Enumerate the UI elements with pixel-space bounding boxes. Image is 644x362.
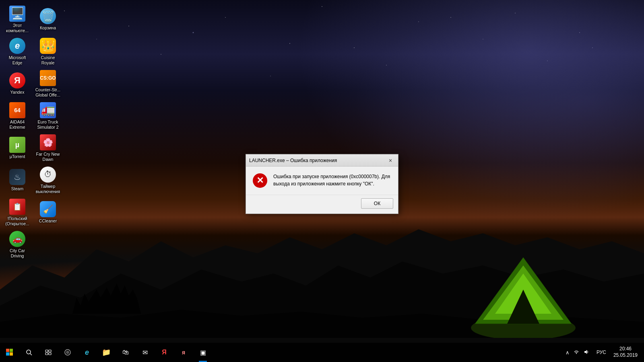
taskbar-yandex[interactable]: Я <box>155 343 174 362</box>
taskbar-right: ∧ РУС 20:46 25.05.2 <box>562 343 644 362</box>
svg-marker-21 <box>584 350 587 354</box>
clock-time: 20:46 <box>619 346 632 352</box>
dialog-message: Ошибка при запуске приложения (0xc000007… <box>273 173 392 187</box>
tray-chevron[interactable]: ∧ <box>564 349 571 356</box>
error-icon: ✕ <box>252 173 268 188</box>
cuisine-icon: 👑 <box>40 38 56 54</box>
language-indicator[interactable]: РУС <box>594 349 609 356</box>
this-pc-icon: 🖥️ <box>9 6 25 22</box>
dialog-footer: ОК <box>246 195 398 214</box>
desktop-icon-ccleaner[interactable]: 🧹 CCleaner <box>33 197 63 228</box>
dialog-title: LAUNCHER.exe – Ошибка приложения <box>249 157 386 163</box>
desktop-icon-utorrent[interactable]: µ µTorrent <box>2 133 33 163</box>
svg-rect-15 <box>45 350 48 352</box>
desktop-icons-grid: 🖥️ Этот компьюте... 🗑️ Корзина e Microso… <box>0 2 64 263</box>
dialog-titlebar: LAUNCHER.exe – Ошибка приложения × <box>246 154 398 167</box>
error-circle: ✕ <box>253 173 267 188</box>
system-tray: ∧ <box>562 348 592 357</box>
svg-point-20 <box>66 351 69 354</box>
clock[interactable]: 20:46 25.05.2019 <box>610 345 641 359</box>
svg-line-14 <box>30 354 32 355</box>
clock-date: 25.05.2019 <box>613 352 638 359</box>
desktop-icon-recycle-bin[interactable]: 🗑️ Корзина <box>33 4 63 35</box>
svg-rect-9 <box>6 349 9 352</box>
aida64-label: AIDA64 Extreme <box>4 119 31 130</box>
desktop-icon-csgo[interactable]: CS:GO Counter-Str... Global Offe... <box>33 68 63 99</box>
desktop-icon-polish[interactable]: 📋 !Польский (Открытое... <box>2 197 33 228</box>
this-pc-label: Этот компьюте... <box>4 23 31 33</box>
taskbar-edge[interactable]: e <box>77 343 97 362</box>
yandex-icon: Я <box>9 72 25 88</box>
csgo-icon: CS:GO <box>40 70 56 86</box>
ccleaner-label: CCleaner <box>39 218 57 224</box>
steam-icon: ♨ <box>9 169 25 185</box>
yandex-label: Yandex <box>10 90 25 95</box>
steam-label: Steam <box>11 186 23 191</box>
desktop: 🖥️ Этот компьюте... 🗑️ Корзина e Microso… <box>0 0 644 362</box>
desktop-icon-this-pc[interactable]: 🖥️ Этот компьюте... <box>2 4 33 35</box>
taskbar-explorer[interactable]: 📁 <box>97 343 116 362</box>
desktop-icon-yandex[interactable]: Я Yandex <box>2 68 33 99</box>
taskbar-yandex2[interactable]: я <box>174 343 193 362</box>
error-dialog: LAUNCHER.exe – Ошибка приложения × ✕ Оши… <box>246 154 398 214</box>
tent <box>467 249 580 338</box>
ccd-icon: 🚗 <box>9 231 25 247</box>
timer-label: Таймер выключения <box>34 184 62 194</box>
recycle-bin-icon: 🗑️ <box>40 8 56 24</box>
svg-rect-10 <box>10 349 13 352</box>
search-button[interactable] <box>19 343 39 362</box>
start-button[interactable] <box>0 343 19 362</box>
svg-rect-18 <box>49 353 51 355</box>
cuisine-label: Cuisine Royale <box>34 55 62 65</box>
svg-point-13 <box>27 350 31 354</box>
farcry-icon: 🌸 <box>40 134 56 150</box>
desktop-icon-aida64[interactable]: 64 AIDA64 Extreme <box>2 101 33 131</box>
svg-rect-11 <box>6 352 9 356</box>
desktop-icon-timer[interactable]: ⏱ Таймер выключения <box>33 165 63 195</box>
taskbar-cortana[interactable] <box>58 343 77 362</box>
tray-network[interactable] <box>572 348 580 357</box>
csgo-label: Counter-Str... Global Offe... <box>34 87 62 97</box>
desktop-icon-ccd[interactable]: 🚗 City Car Driving <box>2 229 33 260</box>
utorrent-icon: µ <box>9 137 25 153</box>
ets2-icon: 🚛 <box>40 102 56 118</box>
polish-label: !Польский (Открытое... <box>4 216 31 226</box>
svg-rect-12 <box>10 352 13 356</box>
taskbar: e 📁 🛍 ✉ Я я ▣ ∧ <box>0 343 644 362</box>
aida64-icon: 64 <box>9 102 25 118</box>
timer-icon: ⏱ <box>40 167 56 183</box>
ok-button[interactable]: ОК <box>361 198 393 209</box>
farcry-label: Far Cry New Dawn <box>34 152 62 162</box>
taskbar-left: e 📁 🛍 ✉ Я я ▣ <box>0 343 213 362</box>
taskbar-mail[interactable]: ✉ <box>135 343 155 362</box>
svg-rect-16 <box>49 350 51 352</box>
ets2-label: Euro Truck Simulator 2 <box>34 119 62 130</box>
ccd-label: City Car Driving <box>4 248 31 258</box>
desktop-icon-steam[interactable]: ♨ Steam <box>2 165 33 195</box>
tray-volume[interactable] <box>582 348 590 357</box>
desktop-icon-edge[interactable]: e Microsoft Edge <box>2 36 33 67</box>
polish-icon: 📋 <box>9 199 25 215</box>
desktop-icon-ets2[interactable]: 🚛 Euro Truck Simulator 2 <box>33 101 63 131</box>
svg-rect-17 <box>45 353 48 355</box>
recycle-bin-label: Корзина <box>40 25 56 31</box>
desktop-icon-cuisine-royale[interactable]: 👑 Cuisine Royale <box>33 36 63 67</box>
taskbar-store[interactable]: 🛍 <box>116 343 135 362</box>
edge-label: Microsoft Edge <box>4 55 31 65</box>
taskbar-launcher[interactable]: ▣ <box>193 343 213 362</box>
edge-icon: e <box>9 38 25 54</box>
dialog-body: ✕ Ошибка при запуске приложения (0xc0000… <box>246 167 398 191</box>
utorrent-label: µTorrent <box>10 154 25 159</box>
task-view-button[interactable] <box>39 343 58 362</box>
ccleaner-icon: 🧹 <box>40 201 56 217</box>
desktop-icon-farcry[interactable]: 🌸 Far Cry New Dawn <box>33 133 63 163</box>
dialog-close-button[interactable]: × <box>386 156 395 165</box>
